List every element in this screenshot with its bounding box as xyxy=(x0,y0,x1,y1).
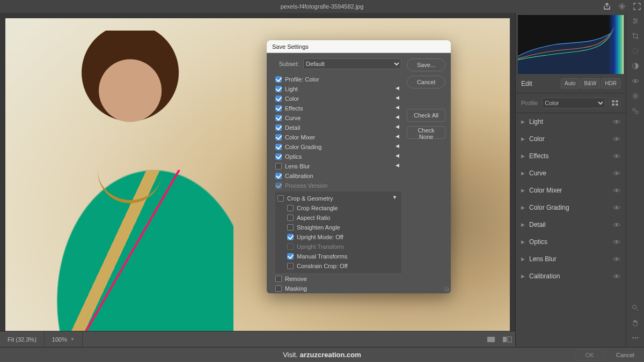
section-lens-blur[interactable]: ▶Lens Blur xyxy=(516,250,626,268)
checkbox[interactable] xyxy=(275,76,282,83)
view-single-icon[interactable] xyxy=(486,335,496,344)
setting-masking[interactable]: Masking xyxy=(275,284,401,293)
section-curve[interactable]: ▶Curve xyxy=(516,165,626,182)
checkbox[interactable] xyxy=(277,195,284,202)
checkbox[interactable] xyxy=(287,205,294,211)
disclosure-triangle-icon[interactable]: ◀ xyxy=(396,162,399,168)
eye-icon[interactable] xyxy=(613,272,620,280)
eye-icon[interactable] xyxy=(613,204,620,211)
setting-optics[interactable]: Optics◀ xyxy=(275,152,401,161)
setting-color-grading[interactable]: Color Grading◀ xyxy=(275,142,401,152)
check-all-button[interactable]: Check All xyxy=(407,109,445,122)
setting-detail[interactable]: Detail◀ xyxy=(275,123,401,132)
checkbox[interactable] xyxy=(275,153,282,160)
eye-icon[interactable] xyxy=(613,238,620,246)
histogram[interactable] xyxy=(518,15,624,74)
section-detail[interactable]: ▶Detail xyxy=(516,216,626,233)
zoom-tool-icon[interactable] xyxy=(632,304,639,312)
checkbox[interactable] xyxy=(287,224,294,231)
checkbox[interactable] xyxy=(275,86,282,92)
setting-manual-transforms[interactable]: Manual Transforms xyxy=(277,252,399,261)
save-button[interactable]: Save... xyxy=(407,58,445,71)
disclosure-triangle-icon[interactable]: ◀ xyxy=(396,114,399,120)
eye-icon[interactable] xyxy=(613,187,620,194)
mask-tool-icon[interactable] xyxy=(632,62,639,70)
setting-aspect-ratio[interactable]: Aspect Ratio xyxy=(277,213,399,223)
eye-icon[interactable] xyxy=(613,135,620,143)
redeye-tool-icon[interactable] xyxy=(632,92,639,100)
setting-color-mixer[interactable]: Color Mixer◀ xyxy=(275,132,401,142)
checkbox[interactable] xyxy=(287,215,294,221)
subset-select[interactable]: Default xyxy=(303,58,401,69)
cancel-button[interactable]: Cancel xyxy=(407,76,445,88)
resize-handle[interactable] xyxy=(444,286,449,292)
checkbox[interactable] xyxy=(275,173,282,179)
setting-remove[interactable]: Remove xyxy=(275,274,401,284)
setting-color[interactable]: Color◀ xyxy=(275,94,401,104)
disclosure-triangle-icon[interactable]: ◀ xyxy=(396,95,399,100)
disclosure-triangle-icon[interactable]: ◀ xyxy=(396,134,399,139)
eye-tool-icon[interactable] xyxy=(632,77,639,85)
checkbox[interactable] xyxy=(275,124,282,131)
more-tool-icon[interactable] xyxy=(632,334,639,342)
gear-icon[interactable] xyxy=(618,3,626,10)
disclosure-triangle-icon[interactable]: ◀ xyxy=(396,124,399,129)
checkbox[interactable] xyxy=(275,285,282,292)
checkbox[interactable] xyxy=(275,105,282,112)
setting-effects[interactable]: Effects◀ xyxy=(275,104,401,113)
eye-icon[interactable] xyxy=(613,118,620,125)
checkbox[interactable] xyxy=(275,144,282,150)
disclosure-triangle-icon[interactable]: ▼ xyxy=(392,195,397,200)
setting-profile-color[interactable]: Profile: Color xyxy=(275,75,401,84)
setting-light[interactable]: Light◀ xyxy=(275,84,401,94)
edit-tool-icon[interactable] xyxy=(632,17,639,25)
eye-icon[interactable] xyxy=(613,221,620,228)
section-effects[interactable]: ▶Effects xyxy=(516,147,626,165)
bw-button[interactable]: B&W xyxy=(581,78,601,88)
heal-tool-icon[interactable] xyxy=(632,47,639,55)
crop-tool-icon[interactable] xyxy=(632,32,639,40)
zoom-dropdown[interactable]: 100%▼ xyxy=(45,331,83,347)
checkbox[interactable] xyxy=(275,134,282,141)
disclosure-triangle-icon[interactable]: ◀ xyxy=(396,143,399,149)
setting-straighten-angle[interactable]: Straighten Angle xyxy=(277,223,399,232)
check-none-button[interactable]: Check None xyxy=(407,126,445,139)
view-compare-icon[interactable] xyxy=(502,335,512,344)
setting-calibration[interactable]: Calibration xyxy=(275,171,401,181)
fit-indicator[interactable]: Fit (32.3%) xyxy=(0,331,45,347)
share-icon[interactable] xyxy=(603,3,611,10)
section-color[interactable]: ▶Color xyxy=(516,130,626,147)
disclosure-triangle-icon[interactable]: ◀ xyxy=(396,105,399,110)
setting-curve[interactable]: Curve◀ xyxy=(275,113,401,123)
checkbox[interactable] xyxy=(287,263,294,269)
checkbox[interactable] xyxy=(275,163,282,169)
apply-cancel-button[interactable]: Cancel xyxy=(613,349,638,361)
checkbox[interactable] xyxy=(287,253,294,260)
checkbox[interactable] xyxy=(287,234,294,240)
setting-constrain-crop-off[interactable]: Constrain Crop: Off xyxy=(277,261,399,271)
auto-button[interactable]: Auto xyxy=(561,78,580,88)
disclosure-triangle-icon[interactable]: ◀ xyxy=(396,85,399,91)
apply-ok-button[interactable]: OK xyxy=(574,349,605,361)
section-optics[interactable]: ▶Optics xyxy=(516,233,626,250)
section-light[interactable]: ▶Light xyxy=(516,113,626,130)
section-color-mixer[interactable]: ▶Color Mixer xyxy=(516,182,626,199)
hand-tool-icon[interactable] xyxy=(632,319,639,327)
setting-crop-rectangle[interactable]: Crop Rectangle xyxy=(277,203,399,213)
setting-lens-blur[interactable]: Lens Blur◀ xyxy=(275,161,401,171)
dialog-title[interactable]: Save Settings xyxy=(267,40,451,53)
profile-browser-icon[interactable] xyxy=(610,99,620,107)
hdr-button[interactable]: HDR xyxy=(601,78,620,88)
checkbox[interactable] xyxy=(275,115,282,121)
eye-icon[interactable] xyxy=(613,169,620,177)
setting-upright-mode-off[interactable]: Upright Mode: Off xyxy=(277,232,399,242)
checkbox[interactable] xyxy=(275,276,282,282)
profile-select[interactable]: Color xyxy=(542,98,605,108)
section-color-grading[interactable]: ▶Color Grading xyxy=(516,199,626,216)
disclosure-triangle-icon[interactable]: ◀ xyxy=(396,153,399,158)
setting-crop-geometry[interactable]: Crop & Geometry▼ xyxy=(277,194,399,203)
section-calibration[interactable]: ▶Calibration xyxy=(516,268,626,285)
preset-tool-icon[interactable] xyxy=(632,107,639,115)
eye-icon[interactable] xyxy=(613,255,620,263)
checkbox[interactable] xyxy=(275,95,282,102)
